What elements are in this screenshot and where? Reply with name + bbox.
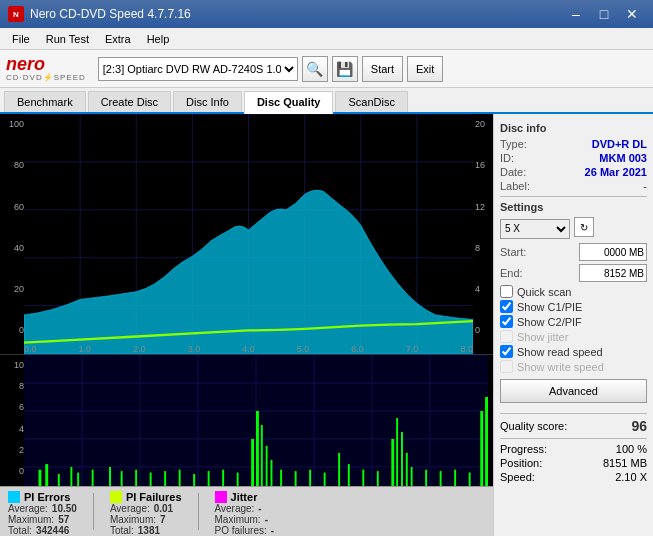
show-c2pif-row: Show C2/PIF (500, 315, 647, 328)
nero-logo: nero CD·DVD⚡SPEED (6, 55, 86, 83)
exit-button[interactable]: Exit (407, 56, 443, 82)
jitter-color-box (215, 491, 227, 503)
show-jitter-row: Show jitter (500, 330, 647, 343)
speed-select[interactable]: 5 X Maximum 1 X 2 X 4 X 8 X (500, 219, 570, 239)
advanced-button[interactable]: Advanced (500, 379, 647, 403)
end-row: End: (500, 264, 647, 282)
start-label: Start: (500, 246, 526, 258)
start-input[interactable] (579, 243, 647, 261)
pi-failures-avg-value: 0.01 (154, 503, 173, 514)
show-write-speed-checkbox[interactable] (500, 360, 513, 373)
id-label: ID: (500, 152, 514, 164)
y-labels-bottom-left: 10 8 6 4 2 0 (2, 360, 24, 477)
disc-info-title: Disc info (500, 122, 647, 134)
refresh-button[interactable]: ↻ (574, 217, 594, 237)
show-c1pie-label: Show C1/PIE (517, 301, 582, 313)
position-label: Position: (500, 457, 542, 469)
disc-label-label: Label: (500, 180, 530, 192)
show-write-speed-row: Show write speed (500, 360, 647, 373)
tab-disc-info[interactable]: Disc Info (173, 91, 242, 112)
save-button[interactable]: 💾 (332, 56, 358, 82)
end-label: End: (500, 267, 523, 279)
jitter-title: Jitter (231, 491, 258, 503)
show-c1pie-checkbox[interactable] (500, 300, 513, 313)
progress-row: Progress: 100 % (500, 443, 647, 455)
rescan-button[interactable]: 🔍 (302, 56, 328, 82)
legend-pi-errors: PI Errors Average: 10.50 Maximum: 57 Tot… (8, 491, 77, 532)
pi-failures-max-label: Maximum: (110, 514, 156, 525)
speed-value: 2.10 X (615, 471, 647, 483)
chart-top: 100 80 60 40 20 0 20 16 12 8 4 0 (0, 114, 493, 355)
tab-bar: Benchmark Create Disc Disc Info Disc Qua… (0, 88, 653, 114)
pi-failures-color-box (110, 491, 122, 503)
chart-area: 100 80 60 40 20 0 20 16 12 8 4 0 (0, 114, 493, 536)
quick-scan-row: Quick scan (500, 285, 647, 298)
menu-extra[interactable]: Extra (97, 31, 139, 47)
app-title: Nero CD-DVD Speed 4.7.7.16 (30, 7, 563, 21)
show-c1pie-row: Show C1/PIE (500, 300, 647, 313)
close-button[interactable]: ✕ (619, 4, 645, 24)
show-read-speed-label: Show read speed (517, 346, 603, 358)
pi-failures-max-value: 7 (160, 514, 166, 525)
show-c2pif-label: Show C2/PIF (517, 316, 582, 328)
tab-scan-disc[interactable]: ScanDisc (335, 91, 407, 112)
tab-create-disc[interactable]: Create Disc (88, 91, 171, 112)
bottom-chart-svg (24, 355, 488, 495)
date-label: Date: (500, 166, 526, 178)
menu-help[interactable]: Help (139, 31, 178, 47)
show-read-speed-row: Show read speed (500, 345, 647, 358)
quality-score-label: Quality score: (500, 420, 567, 432)
label-row: Label: - (500, 180, 647, 192)
jitter-avg-value: - (258, 503, 261, 514)
position-row: Position: 8151 MB (500, 457, 647, 469)
maximize-button[interactable]: □ (591, 4, 617, 24)
app-icon: N (8, 6, 24, 22)
menu-run-test[interactable]: Run Test (38, 31, 97, 47)
jitter-max-value: - (265, 514, 268, 525)
minimize-button[interactable]: – (563, 4, 589, 24)
progress-label: Progress: (500, 443, 547, 455)
right-panel: Disc info Type: DVD+R DL ID: MKM 003 Dat… (493, 114, 653, 536)
pi-errors-avg-value: 10.50 (52, 503, 77, 514)
svg-rect-57 (396, 417, 398, 494)
drive-select[interactable]: [2:3] Optiarc DVD RW AD-7240S 1.04 (98, 57, 298, 81)
pi-errors-total-label: Total: (8, 525, 32, 536)
po-failures-value: - (271, 525, 274, 536)
tab-benchmark[interactable]: Benchmark (4, 91, 86, 112)
tab-disc-quality[interactable]: Disc Quality (244, 91, 334, 114)
window-controls: – □ ✕ (563, 4, 645, 24)
type-row: Type: DVD+R DL (500, 138, 647, 150)
pi-errors-color-box (8, 491, 20, 503)
pi-errors-max-label: Maximum: (8, 514, 54, 525)
id-row: ID: MKM 003 (500, 152, 647, 164)
svg-rect-65 (480, 410, 483, 494)
menubar: File Run Test Extra Help (0, 28, 653, 50)
quick-scan-checkbox[interactable] (500, 285, 513, 298)
pi-failures-avg-label: Average: (110, 503, 150, 514)
po-failures-label: PO failures: (215, 525, 267, 536)
legend: PI Errors Average: 10.50 Maximum: 57 Tot… (0, 486, 493, 536)
show-jitter-checkbox[interactable] (500, 330, 513, 343)
menu-file[interactable]: File (4, 31, 38, 47)
x-labels-top: 0.0 1.0 2.0 3.0 4.0 5.0 6.0 7.0 8.0 (24, 344, 473, 354)
pi-failures-total-value: 1381 (138, 525, 160, 536)
quality-score-row: Quality score: 96 (500, 418, 647, 434)
quick-scan-label: Quick scan (517, 286, 571, 298)
pi-errors-total-value: 342446 (36, 525, 69, 536)
date-row: Date: 26 Mar 2021 (500, 166, 647, 178)
pi-errors-title: PI Errors (24, 491, 70, 503)
pi-failures-total-label: Total: (110, 525, 134, 536)
start-row: Start: (500, 243, 647, 261)
legend-pi-failures: PI Failures Average: 0.01 Maximum: 7 Tot… (110, 491, 182, 532)
show-c2pif-checkbox[interactable] (500, 315, 513, 328)
show-read-speed-checkbox[interactable] (500, 345, 513, 358)
chart-bottom: 10 8 6 4 2 0 (0, 355, 493, 495)
end-input[interactable] (579, 264, 647, 282)
pi-failures-title: PI Failures (126, 491, 182, 503)
progress-value: 100 % (616, 443, 647, 455)
jitter-max-label: Maximum: (215, 514, 261, 525)
show-write-speed-label: Show write speed (517, 361, 604, 373)
y-labels-top-left: 100 80 60 40 20 0 (2, 119, 24, 336)
speed-row: 5 X Maximum 1 X 2 X 4 X 8 X ↻ (500, 217, 647, 240)
start-button[interactable]: Start (362, 56, 403, 82)
